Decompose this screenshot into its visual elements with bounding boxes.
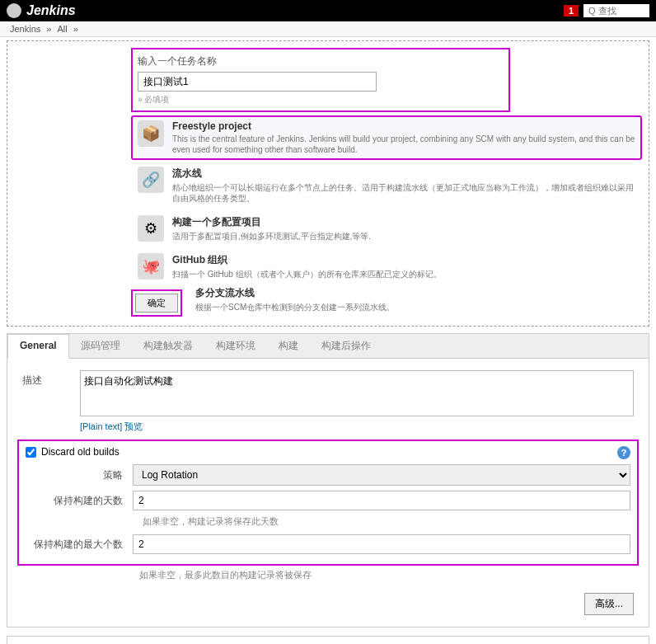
option-multibranch[interactable]: 多分支流水线 根据一个SCM仓库中检测到的分支创建一系列流水线。 xyxy=(189,286,642,317)
jenkins-icon xyxy=(7,3,21,18)
tab-env[interactable]: 构建环境 xyxy=(204,334,267,358)
config-panel: General 源码管理 构建触发器 构建环境 构建 构建后操作 描述 [Pla… xyxy=(7,333,649,628)
tab-general[interactable]: General xyxy=(7,334,69,359)
discard-label: Discard old builds xyxy=(41,446,119,458)
required-hint: » 必填项 xyxy=(138,94,504,106)
pipeline-icon: 🔗 xyxy=(138,167,164,193)
tab-build[interactable]: 构建 xyxy=(267,334,310,358)
option-title: 流水线 xyxy=(172,167,635,181)
days-keep-input[interactable] xyxy=(133,491,630,510)
ok-button-highlight: 确定 xyxy=(131,289,182,317)
jenkins-brand: Jenkins xyxy=(26,3,76,18)
days-keep-label: 保持构建的天数 xyxy=(26,494,133,508)
breadcrumb-item[interactable]: All xyxy=(58,24,68,34)
description-label: 描述 xyxy=(22,370,80,388)
tab-scm[interactable]: 源码管理 xyxy=(69,334,132,358)
max-keep-input[interactable] xyxy=(133,534,630,554)
search-input[interactable] xyxy=(583,4,649,17)
option-desc: 适用于多配置项目,例如多环境测试,平台指定构建,等等. xyxy=(172,231,371,242)
tab-post[interactable]: 构建后操作 xyxy=(310,334,382,358)
option-pipeline[interactable]: 🔗 流水线 精心地组织一个可以长期运行在多个节点上的任务。适用于构建流水线（更加… xyxy=(131,162,642,209)
strategy-label: 策略 xyxy=(26,468,133,482)
alert-badge[interactable]: 1 xyxy=(564,5,579,16)
option-title: Freestyle project xyxy=(172,120,635,132)
days-hint: 如果非空，构建记录将保存此天数 xyxy=(143,515,630,528)
option-title: 构建一个多配置项目 xyxy=(172,215,371,229)
plain-text-preview-link[interactable]: [Plain text] 预览 xyxy=(80,421,143,433)
option-desc: 精心地组织一个可以长期运行在多个节点上的任务。适用于构建流水线（更加正式地应当称… xyxy=(172,182,635,204)
advanced-button[interactable]: 高级... xyxy=(584,593,634,615)
max-keep-label: 保持构建的最大个数 xyxy=(26,538,133,552)
multiconfig-icon: ⚙ xyxy=(138,215,164,242)
item-name-input[interactable] xyxy=(138,72,377,92)
item-name-label: 输入一个任务名称 xyxy=(138,54,504,68)
breadcrumb: Jenkins » All » xyxy=(0,21,656,37)
option-desc: This is the central feature of Jenkins. … xyxy=(172,134,635,155)
help-icon[interactable]: ? xyxy=(617,446,630,459)
top-bar: Jenkins 1 xyxy=(0,0,656,21)
description-textarea[interactable] xyxy=(80,370,634,416)
option-desc: 扫描一个 GitHub 组织（或者个人账户）的所有仓库来匹配已定义的标记。 xyxy=(172,269,442,280)
breadcrumb-item[interactable]: Jenkins xyxy=(10,24,40,34)
config-tabs: General 源码管理 构建触发器 构建环境 构建 构建后操作 xyxy=(7,334,649,359)
freestyle-icon: 📦 xyxy=(138,120,164,147)
option-title: GitHub 组织 xyxy=(172,253,442,267)
discard-old-builds-checkbox[interactable] xyxy=(26,447,36,458)
triggers-panel: 构建触发器 触发远程构建 (例如,使用脚本) Build after other… xyxy=(7,636,649,644)
option-multiconfig[interactable]: ⚙ 构建一个多配置项目 适用于多配置项目,例如多环境测试,平台指定构建,等等. xyxy=(131,210,642,247)
strategy-select[interactable]: Log Rotation xyxy=(133,464,630,486)
ok-button[interactable]: 确定 xyxy=(135,294,178,313)
option-github-org[interactable]: 🐙 GitHub 组织 扫描一个 GitHub 组织（或者个人账户）的所有仓库来… xyxy=(131,248,642,284)
option-desc: 根据一个SCM仓库中检测到的分支创建一系列流水线。 xyxy=(195,302,395,313)
item-name-section: 输入一个任务名称 » 必填项 xyxy=(131,48,510,112)
option-freestyle[interactable]: 📦 Freestyle project This is the central … xyxy=(131,115,642,160)
github-icon: 🐙 xyxy=(138,253,164,280)
option-title: 多分支流水线 xyxy=(195,286,395,300)
max-hint: 如果非空，最多此数目的构建记录将被保存 xyxy=(139,569,634,581)
discard-old-builds-block: ? Discard old builds 策略 Log Rotation 保持构… xyxy=(17,440,639,566)
new-item-panel: 输入一个任务名称 » 必填项 📦 Freestyle project This … xyxy=(7,40,649,327)
tab-triggers[interactable]: 构建触发器 xyxy=(132,334,204,358)
